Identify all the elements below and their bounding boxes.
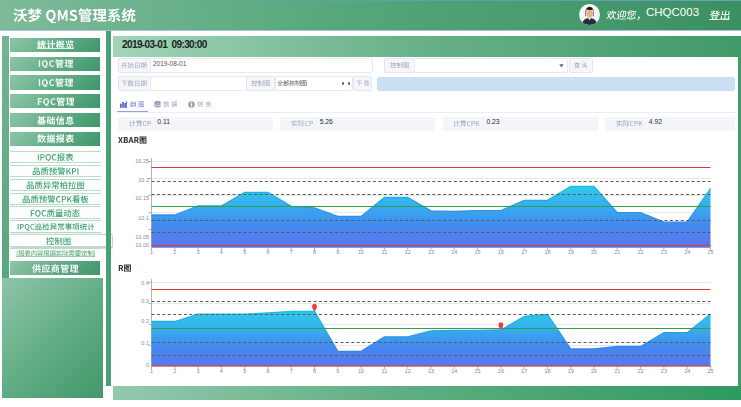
- svg-text:20: 20: [591, 249, 597, 255]
- svg-text:11: 11: [382, 249, 388, 255]
- svg-text:14: 14: [451, 368, 457, 374]
- svg-text:14: 14: [451, 249, 457, 255]
- svg-text:0.3: 0.3: [141, 298, 149, 304]
- svg-text:0.4: 0.4: [141, 280, 149, 286]
- svg-text:21: 21: [614, 249, 620, 255]
- svg-text:17: 17: [521, 368, 527, 374]
- svg-text:24: 24: [684, 249, 690, 255]
- svg-text:15: 15: [475, 368, 481, 374]
- svg-text:2: 2: [173, 368, 176, 374]
- svg-text:25: 25: [707, 368, 713, 374]
- svg-text:25: 25: [707, 249, 713, 255]
- svg-text:5: 5: [243, 249, 246, 255]
- svg-text:0.2: 0.2: [141, 318, 149, 324]
- svg-text:4: 4: [220, 368, 223, 374]
- svg-text:18: 18: [544, 368, 550, 374]
- svg-text:11: 11: [382, 368, 388, 374]
- svg-text:10.2: 10.2: [138, 177, 149, 183]
- svg-text:19: 19: [568, 368, 574, 374]
- svg-text:20: 20: [591, 368, 597, 374]
- svg-text:0.1: 0.1: [141, 340, 149, 346]
- svg-text:2: 2: [173, 249, 176, 255]
- svg-text:10.00: 10.00: [135, 242, 149, 248]
- svg-text:10.25: 10.25: [135, 158, 149, 164]
- svg-text:13: 13: [428, 368, 434, 374]
- svg-text:16: 16: [498, 249, 504, 255]
- svg-text:0: 0: [146, 362, 149, 368]
- svg-text:9: 9: [336, 249, 339, 255]
- svg-text:10: 10: [358, 368, 364, 374]
- svg-text:9: 9: [336, 368, 339, 374]
- svg-text:12: 12: [405, 368, 411, 374]
- svg-text:24: 24: [684, 368, 690, 374]
- svg-text:1: 1: [150, 368, 153, 374]
- svg-text:6: 6: [266, 249, 269, 255]
- svg-text:15: 15: [475, 249, 481, 255]
- svg-text:5: 5: [243, 368, 246, 374]
- svg-text:10.05: 10.05: [135, 234, 149, 240]
- svg-text:7: 7: [290, 368, 293, 374]
- svg-text:10: 10: [358, 249, 364, 255]
- svg-text:3: 3: [197, 368, 200, 374]
- svg-text:12: 12: [405, 249, 411, 255]
- svg-text:19: 19: [568, 249, 574, 255]
- svg-text:7: 7: [290, 249, 293, 255]
- svg-text:16: 16: [498, 368, 504, 374]
- svg-text:4: 4: [220, 249, 223, 255]
- svg-text:23: 23: [661, 368, 667, 374]
- svg-text:6: 6: [266, 368, 269, 374]
- svg-text:1: 1: [150, 249, 153, 255]
- svg-text:13: 13: [428, 249, 434, 255]
- svg-text:8: 8: [313, 249, 316, 255]
- svg-text:8: 8: [313, 368, 316, 374]
- svg-text:3: 3: [197, 249, 200, 255]
- svg-text:10.1: 10.1: [138, 215, 149, 221]
- svg-text:21: 21: [614, 368, 620, 374]
- svg-text:22: 22: [638, 368, 644, 374]
- svg-text:23: 23: [661, 249, 667, 255]
- svg-text:10.15: 10.15: [135, 195, 149, 201]
- svg-text:17: 17: [521, 249, 527, 255]
- svg-text:22: 22: [638, 249, 644, 255]
- svg-text:18: 18: [544, 249, 550, 255]
